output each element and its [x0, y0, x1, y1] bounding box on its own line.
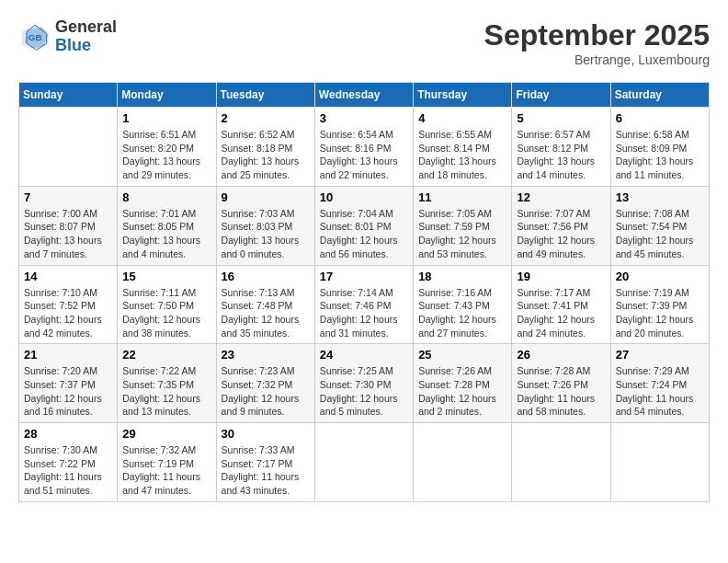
calendar-week-row: 1Sunrise: 6:51 AMSunset: 8:20 PMDaylight…: [19, 108, 710, 187]
calendar-cell: [19, 108, 118, 187]
day-number: 6: [616, 111, 704, 125]
calendar-cell: 3Sunrise: 6:54 AMSunset: 8:16 PMDaylight…: [314, 108, 413, 187]
calendar-cell: 12Sunrise: 7:07 AMSunset: 7:56 PMDayligh…: [512, 186, 610, 265]
day-info: Sunrise: 7:17 AMSunset: 7:41 PMDaylight:…: [517, 286, 605, 340]
calendar-cell: 8Sunrise: 7:01 AMSunset: 8:05 PMDaylight…: [118, 186, 216, 265]
day-number: 1: [122, 111, 210, 125]
day-info: Sunrise: 7:19 AMSunset: 7:39 PMDaylight:…: [616, 286, 704, 340]
day-info: Sunrise: 7:05 AMSunset: 7:59 PMDaylight:…: [418, 207, 506, 261]
calendar-week-row: 7Sunrise: 7:00 AMSunset: 8:07 PMDaylight…: [19, 186, 710, 265]
calendar-cell: 26Sunrise: 7:28 AMSunset: 7:26 PMDayligh…: [512, 344, 610, 423]
calendar-week-row: 28Sunrise: 7:30 AMSunset: 7:22 PMDayligh…: [19, 423, 710, 502]
day-number: 17: [320, 270, 408, 283]
day-number: 23: [222, 348, 310, 362]
calendar-table: SundayMondayTuesdayWednesdayThursdayFrid…: [18, 82, 710, 502]
calendar-cell: 24Sunrise: 7:25 AMSunset: 7:30 PMDayligh…: [314, 344, 413, 423]
day-info: Sunrise: 7:29 AMSunset: 7:24 PMDaylight:…: [616, 364, 704, 419]
svg-text:GB: GB: [28, 31, 42, 41]
calendar-cell: 9Sunrise: 7:03 AMSunset: 8:03 PMDaylight…: [216, 186, 314, 265]
weekday-header-friday: Friday: [512, 83, 610, 108]
day-number: 30: [222, 427, 310, 441]
day-number: 11: [418, 190, 506, 204]
day-number: 15: [122, 270, 210, 283]
day-number: 19: [517, 270, 605, 283]
day-info: Sunrise: 7:04 AMSunset: 8:01 PMDaylight:…: [320, 207, 408, 261]
day-number: 9: [222, 190, 310, 204]
calendar-cell: 29Sunrise: 7:32 AMSunset: 7:19 PMDayligh…: [118, 423, 216, 502]
calendar-cell: 27Sunrise: 7:29 AMSunset: 7:24 PMDayligh…: [610, 344, 709, 423]
calendar-cell: [512, 423, 610, 502]
day-info: Sunrise: 7:22 AMSunset: 7:35 PMDaylight:…: [122, 364, 210, 419]
calendar-header: SundayMondayTuesdayWednesdayThursdayFrid…: [19, 83, 710, 108]
day-info: Sunrise: 7:11 AMSunset: 7:50 PMDaylight:…: [122, 286, 210, 340]
day-info: Sunrise: 7:13 AMSunset: 7:48 PMDaylight:…: [222, 286, 310, 340]
day-number: 7: [24, 190, 112, 204]
logo-blue-text: Blue: [55, 37, 117, 55]
calendar-week-row: 21Sunrise: 7:20 AMSunset: 7:37 PMDayligh…: [19, 344, 710, 423]
day-number: 21: [24, 348, 112, 362]
calendar-cell: 4Sunrise: 6:55 AMSunset: 8:14 PMDaylight…: [414, 108, 512, 187]
day-number: 4: [418, 111, 506, 125]
day-info: Sunrise: 7:26 AMSunset: 7:28 PMDaylight:…: [418, 364, 506, 419]
day-info: Sunrise: 6:51 AMSunset: 8:20 PMDaylight:…: [122, 128, 210, 182]
day-info: Sunrise: 7:20 AMSunset: 7:37 PMDaylight:…: [24, 364, 112, 419]
day-number: 25: [418, 348, 506, 362]
calendar-cell: [414, 423, 512, 502]
day-number: 20: [616, 270, 704, 283]
day-number: 26: [517, 348, 605, 362]
day-info: Sunrise: 7:01 AMSunset: 8:05 PMDaylight:…: [122, 207, 210, 261]
day-number: 12: [517, 190, 605, 204]
calendar-cell: 10Sunrise: 7:04 AMSunset: 8:01 PMDayligh…: [314, 186, 413, 265]
day-info: Sunrise: 7:28 AMSunset: 7:26 PMDaylight:…: [517, 364, 605, 419]
day-info: Sunrise: 7:00 AMSunset: 8:07 PMDaylight:…: [24, 207, 112, 261]
day-number: 2: [222, 111, 310, 125]
weekday-header-tuesday: Tuesday: [216, 83, 314, 108]
day-info: Sunrise: 7:16 AMSunset: 7:43 PMDaylight:…: [418, 286, 506, 340]
calendar-cell: 25Sunrise: 7:26 AMSunset: 7:28 PMDayligh…: [414, 344, 512, 423]
day-info: Sunrise: 7:25 AMSunset: 7:30 PMDaylight:…: [320, 364, 408, 419]
day-number: 5: [517, 111, 605, 125]
day-info: Sunrise: 7:03 AMSunset: 8:03 PMDaylight:…: [222, 207, 310, 261]
day-number: 13: [616, 190, 704, 204]
calendar-week-row: 14Sunrise: 7:10 AMSunset: 7:52 PMDayligh…: [19, 265, 710, 344]
day-info: Sunrise: 6:52 AMSunset: 8:18 PMDaylight:…: [222, 128, 310, 182]
day-info: Sunrise: 7:10 AMSunset: 7:52 PMDaylight:…: [24, 286, 112, 340]
logo-text: General Blue: [55, 18, 117, 55]
day-info: Sunrise: 7:14 AMSunset: 7:46 PMDaylight:…: [320, 286, 408, 340]
location-subtitle: Bertrange, Luxembourg: [484, 52, 710, 67]
day-number: 3: [320, 111, 408, 125]
day-info: Sunrise: 7:33 AMSunset: 7:17 PMDaylight:…: [222, 443, 310, 498]
logo: GB General Blue: [18, 18, 117, 55]
calendar-cell: 5Sunrise: 6:57 AMSunset: 8:12 PMDaylight…: [512, 108, 610, 187]
calendar-cell: 2Sunrise: 6:52 AMSunset: 8:18 PMDaylight…: [216, 108, 314, 187]
day-number: 22: [122, 348, 210, 362]
calendar-cell: 14Sunrise: 7:10 AMSunset: 7:52 PMDayligh…: [19, 265, 118, 344]
page-header: GB General Blue September 2025 Bertrange…: [18, 18, 710, 67]
calendar-cell: 11Sunrise: 7:05 AMSunset: 7:59 PMDayligh…: [414, 186, 512, 265]
day-number: 27: [616, 348, 704, 362]
day-number: 28: [24, 427, 112, 441]
calendar-cell: 6Sunrise: 6:58 AMSunset: 8:09 PMDaylight…: [610, 108, 709, 187]
calendar-cell: 7Sunrise: 7:00 AMSunset: 8:07 PMDaylight…: [19, 186, 118, 265]
day-info: Sunrise: 7:08 AMSunset: 7:54 PMDaylight:…: [616, 207, 704, 261]
calendar-cell: 17Sunrise: 7:14 AMSunset: 7:46 PMDayligh…: [314, 265, 413, 344]
calendar-cell: 15Sunrise: 7:11 AMSunset: 7:50 PMDayligh…: [118, 265, 216, 344]
weekday-header-monday: Monday: [118, 83, 216, 108]
calendar-cell: [610, 423, 709, 502]
calendar-cell: 1Sunrise: 6:51 AMSunset: 8:20 PMDaylight…: [118, 108, 216, 187]
calendar-cell: 13Sunrise: 7:08 AMSunset: 7:54 PMDayligh…: [610, 186, 709, 265]
day-info: Sunrise: 7:07 AMSunset: 7:56 PMDaylight:…: [517, 207, 605, 261]
day-info: Sunrise: 6:54 AMSunset: 8:16 PMDaylight:…: [320, 128, 408, 182]
weekday-header-saturday: Saturday: [610, 83, 709, 108]
calendar-cell: 19Sunrise: 7:17 AMSunset: 7:41 PMDayligh…: [512, 265, 610, 344]
day-number: 16: [222, 270, 310, 283]
weekday-header-thursday: Thursday: [414, 83, 512, 108]
calendar-cell: 16Sunrise: 7:13 AMSunset: 7:48 PMDayligh…: [216, 265, 314, 344]
day-number: 18: [418, 270, 506, 283]
weekday-header-wednesday: Wednesday: [314, 83, 413, 108]
calendar-cell: 22Sunrise: 7:22 AMSunset: 7:35 PMDayligh…: [118, 344, 216, 423]
weekday-header-sunday: Sunday: [19, 83, 118, 108]
day-info: Sunrise: 7:32 AMSunset: 7:19 PMDaylight:…: [122, 443, 210, 498]
day-info: Sunrise: 7:23 AMSunset: 7:32 PMDaylight:…: [222, 364, 310, 419]
month-title: September 2025: [484, 18, 710, 52]
